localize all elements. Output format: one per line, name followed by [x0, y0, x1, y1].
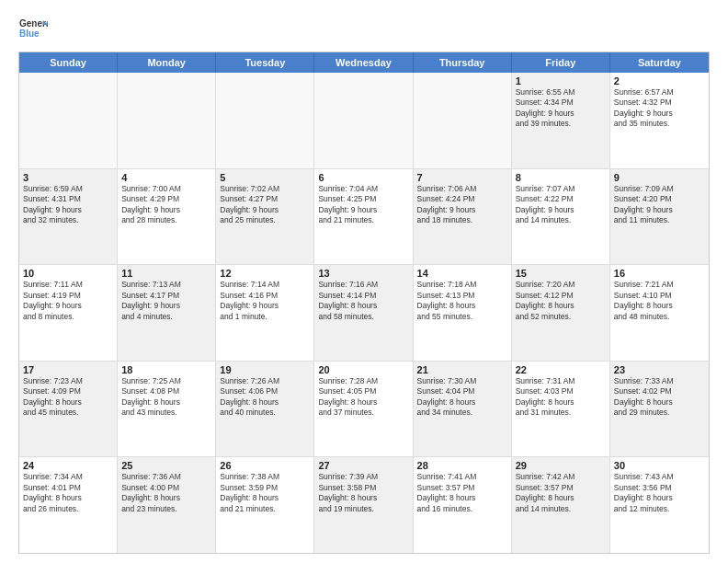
calendar-cell: 15Sunrise: 7:20 AMSunset: 4:12 PMDayligh…: [512, 265, 610, 361]
cell-line: Sunset: 4:24 PM: [417, 194, 507, 204]
cell-line: Sunset: 4:14 PM: [318, 291, 408, 301]
calendar-cell: 1Sunrise: 6:55 AMSunset: 4:34 PMDaylight…: [512, 73, 610, 168]
cell-line: Sunset: 4:09 PM: [23, 386, 113, 396]
cell-line: and 26 minutes.: [23, 504, 113, 514]
cell-line: Daylight: 8 hours: [417, 301, 507, 311]
cell-line: Sunrise: 6:57 AM: [614, 87, 705, 98]
cell-line: Daylight: 9 hours: [318, 205, 408, 215]
cell-line: and 45 minutes.: [23, 408, 113, 418]
day-number: 5: [220, 172, 310, 183]
day-number: 12: [220, 268, 310, 279]
day-number: 25: [121, 460, 211, 471]
cell-line: and 23 minutes.: [121, 504, 211, 514]
calendar-header-cell: Tuesday: [216, 52, 314, 73]
cell-line: Sunset: 4:22 PM: [516, 194, 606, 204]
cell-line: Sunrise: 7:26 AM: [220, 376, 310, 386]
cell-line: and 29 minutes.: [614, 408, 705, 418]
calendar-cell: [216, 73, 314, 168]
day-number: 30: [614, 460, 705, 471]
cell-line: Daylight: 9 hours: [614, 205, 705, 215]
cell-line: Sunset: 4:04 PM: [417, 386, 507, 396]
cell-line: Sunset: 3:57 PM: [417, 483, 507, 493]
cell-line: Sunset: 4:32 PM: [614, 98, 705, 108]
calendar-cell: 3Sunrise: 6:59 AMSunset: 4:31 PMDaylight…: [19, 169, 118, 265]
cell-line: and 31 minutes.: [516, 408, 606, 418]
calendar-header-cell: Saturday: [610, 52, 709, 73]
cell-line: Sunrise: 7:30 AM: [417, 376, 507, 386]
day-number: 24: [23, 460, 113, 471]
day-number: 18: [121, 364, 211, 375]
cell-line: Daylight: 9 hours: [614, 109, 705, 119]
cell-line: and 21 minutes.: [220, 504, 310, 514]
day-number: 8: [516, 172, 606, 183]
cell-line: Sunset: 4:10 PM: [614, 291, 705, 301]
calendar-cell: 4Sunrise: 7:00 AMSunset: 4:29 PMDaylight…: [118, 169, 216, 265]
calendar-cell: 28Sunrise: 7:41 AMSunset: 3:57 PMDayligh…: [414, 457, 512, 553]
cell-line: Daylight: 8 hours: [318, 493, 408, 503]
cell-line: Sunrise: 7:02 AM: [220, 184, 310, 194]
cell-line: Sunrise: 7:25 AM: [121, 376, 211, 386]
day-number: 23: [614, 364, 705, 375]
cell-line: Sunset: 4:01 PM: [23, 483, 113, 493]
day-number: 13: [318, 268, 408, 279]
cell-line: Sunset: 4:29 PM: [121, 194, 211, 204]
cell-line: Sunset: 4:02 PM: [614, 386, 705, 396]
calendar-cell: 17Sunrise: 7:23 AMSunset: 4:09 PMDayligh…: [19, 362, 118, 457]
cell-line: Daylight: 8 hours: [121, 493, 211, 503]
cell-line: Daylight: 8 hours: [614, 301, 705, 311]
cell-line: Sunset: 3:57 PM: [516, 483, 606, 493]
cell-line: Daylight: 8 hours: [220, 397, 310, 408]
calendar: SundayMondayTuesdayWednesdayThursdayFrid…: [18, 52, 710, 554]
cell-line: Sunrise: 7:34 AM: [23, 472, 113, 482]
cell-line: Sunset: 4:20 PM: [614, 194, 705, 204]
cell-line: and 40 minutes.: [220, 408, 310, 418]
cell-line: Daylight: 9 hours: [516, 109, 606, 119]
cell-line: Sunrise: 7:36 AM: [121, 472, 211, 482]
calendar-cell: 27Sunrise: 7:39 AMSunset: 3:58 PMDayligh…: [314, 457, 413, 553]
cell-line: Daylight: 9 hours: [516, 205, 606, 215]
cell-line: Daylight: 9 hours: [121, 301, 211, 311]
calendar-header: SundayMondayTuesdayWednesdayThursdayFrid…: [19, 52, 709, 73]
cell-line: Sunset: 4:31 PM: [23, 194, 113, 204]
calendar-cell: [414, 73, 512, 168]
day-number: 21: [417, 364, 507, 375]
cell-line: and 43 minutes.: [121, 408, 211, 418]
cell-line: Daylight: 8 hours: [23, 493, 113, 503]
cell-line: Sunrise: 7:09 AM: [614, 184, 705, 194]
cell-line: Sunset: 4:17 PM: [121, 291, 211, 301]
calendar-cell: [118, 73, 216, 168]
cell-line: and 1 minute.: [220, 312, 310, 322]
day-number: 1: [516, 75, 606, 86]
header: General Blue: [18, 15, 710, 44]
cell-line: and 34 minutes.: [417, 408, 507, 418]
calendar-cell: 22Sunrise: 7:31 AMSunset: 4:03 PMDayligh…: [512, 362, 610, 457]
calendar-header-cell: Wednesday: [314, 52, 413, 73]
cell-line: and 35 minutes.: [614, 119, 705, 129]
cell-line: Sunset: 4:25 PM: [318, 194, 408, 204]
calendar-cell: [19, 73, 118, 168]
cell-line: Sunset: 4:19 PM: [23, 291, 113, 301]
cell-line: Sunrise: 7:21 AM: [614, 280, 705, 290]
calendar-header-cell: Friday: [512, 52, 610, 73]
cell-line: Daylight: 8 hours: [614, 493, 705, 503]
cell-line: Sunset: 4:34 PM: [516, 98, 606, 108]
logo: General Blue: [18, 15, 48, 44]
calendar-cell: 6Sunrise: 7:04 AMSunset: 4:25 PMDaylight…: [314, 169, 413, 265]
day-number: 26: [220, 460, 310, 471]
calendar-row: 24Sunrise: 7:34 AMSunset: 4:01 PMDayligh…: [19, 457, 709, 553]
day-number: 9: [614, 172, 705, 183]
cell-line: and 8 minutes.: [23, 312, 113, 322]
cell-line: and 25 minutes.: [220, 215, 310, 225]
cell-line: and 39 minutes.: [516, 119, 606, 129]
cell-line: and 14 minutes.: [516, 215, 606, 225]
calendar-cell: 7Sunrise: 7:06 AMSunset: 4:24 PMDaylight…: [414, 169, 512, 265]
cell-line: Sunset: 4:05 PM: [318, 386, 408, 396]
calendar-cell: 18Sunrise: 7:25 AMSunset: 4:08 PMDayligh…: [118, 362, 216, 457]
day-number: 10: [23, 268, 113, 279]
calendar-cell: 9Sunrise: 7:09 AMSunset: 4:20 PMDaylight…: [610, 169, 709, 265]
calendar-row: 1Sunrise: 6:55 AMSunset: 4:34 PMDaylight…: [19, 73, 709, 169]
day-number: 4: [121, 172, 211, 183]
calendar-cell: 14Sunrise: 7:18 AMSunset: 4:13 PMDayligh…: [414, 265, 512, 361]
cell-line: Sunset: 4:06 PM: [220, 386, 310, 396]
calendar-cell: 5Sunrise: 7:02 AMSunset: 4:27 PMDaylight…: [216, 169, 314, 265]
